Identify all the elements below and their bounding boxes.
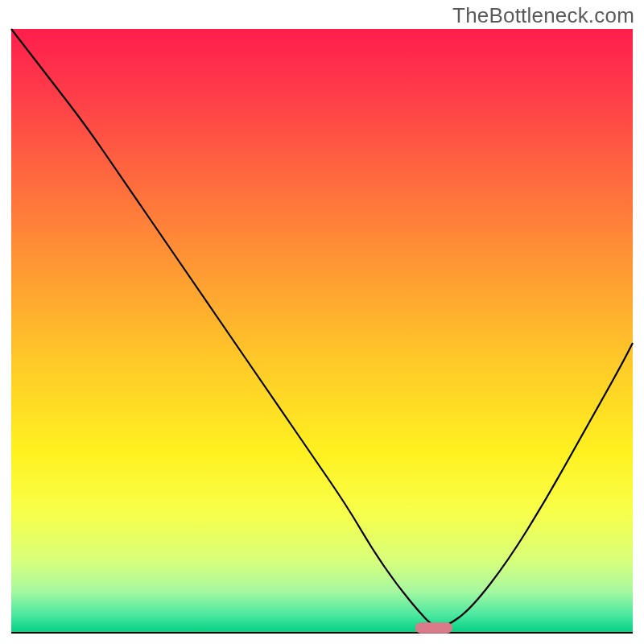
chart-background: [11, 29, 633, 633]
chart-svg: [0, 0, 644, 644]
bottleneck-chart: TheBottleneck.com: [0, 0, 644, 644]
watermark-text: TheBottleneck.com: [452, 3, 634, 28]
optimal-marker: [415, 622, 452, 634]
